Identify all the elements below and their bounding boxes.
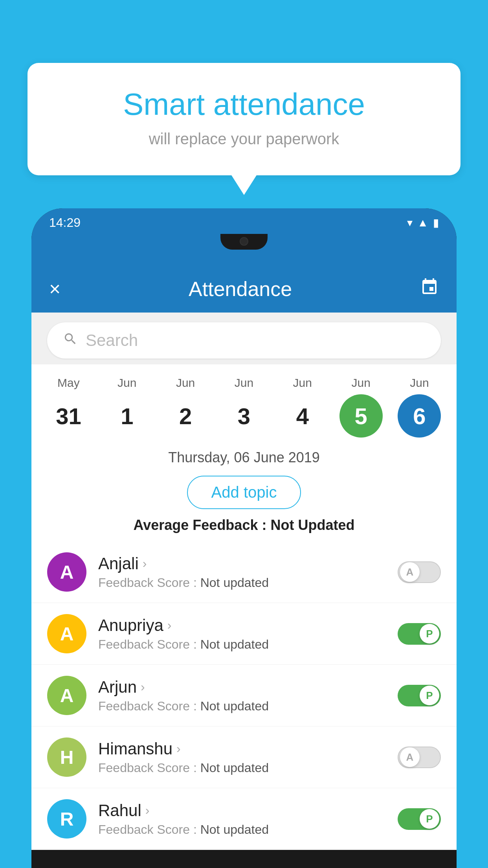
cal-day-5[interactable]: Jun5	[336, 376, 387, 438]
cal-date-5: 5	[339, 394, 383, 438]
student-score-0: Feedback Score : Not updated	[98, 576, 386, 590]
toggle-1[interactable]: P	[398, 623, 441, 645]
toggle-thumb-1: P	[420, 624, 439, 644]
student-name-0: Anjali ›	[98, 554, 386, 573]
toggle-container-1[interactable]: P	[398, 623, 441, 645]
student-item[interactable]: AAnjali ›Feedback Score : Not updatedA	[31, 541, 457, 603]
student-avatar-4: R	[47, 799, 86, 839]
student-info-1: Anupriya ›Feedback Score : Not updated	[98, 616, 386, 652]
chevron-icon: ›	[141, 680, 145, 694]
cal-day-0[interactable]: May31	[43, 376, 94, 438]
cal-date-4: 4	[281, 394, 324, 438]
cal-day-2[interactable]: Jun2	[160, 376, 211, 438]
student-name-2: Arjun ›	[98, 678, 386, 697]
toggle-container-0[interactable]: A	[398, 561, 441, 583]
cal-date-3: 3	[222, 394, 266, 438]
phone-notch	[220, 234, 268, 250]
cal-month-3: Jun	[235, 376, 253, 390]
add-topic-button[interactable]: Add topic	[187, 476, 301, 509]
phone-notch-area	[31, 234, 457, 269]
speech-bubble-container: Smart attendance will replace your paper…	[28, 63, 460, 175]
student-name-1: Anupriya ›	[98, 616, 386, 635]
student-avatar-0: A	[47, 552, 86, 592]
student-item[interactable]: RRahul ›Feedback Score : Not updatedP	[31, 788, 457, 850]
search-icon	[63, 331, 78, 350]
cal-day-3[interactable]: Jun3	[218, 376, 270, 438]
toggle-3[interactable]: A	[398, 747, 441, 768]
status-time: 14:29	[49, 215, 81, 230]
student-item[interactable]: HHimanshu ›Feedback Score : Not updatedA	[31, 726, 457, 788]
cal-date-0: 31	[47, 394, 90, 438]
cal-month-0: May	[57, 376, 80, 390]
student-avatar-2: A	[47, 676, 86, 715]
toggle-4[interactable]: P	[398, 808, 441, 830]
student-score-1: Feedback Score : Not updated	[98, 637, 386, 652]
cal-day-6[interactable]: Jun6	[394, 376, 445, 438]
toggle-thumb-2: P	[420, 686, 439, 705]
search-placeholder: Search	[86, 331, 138, 350]
phone-camera	[240, 237, 248, 246]
student-info-0: Anjali ›Feedback Score : Not updated	[98, 554, 386, 590]
app-header: × Attendance	[31, 269, 457, 313]
toggle-0[interactable]: A	[398, 561, 441, 583]
toggle-thumb-0: A	[400, 562, 420, 582]
cal-month-5: Jun	[351, 376, 370, 390]
signal-icon: ▲	[417, 217, 428, 229]
toggle-container-2[interactable]: P	[398, 685, 441, 706]
avg-feedback-label: Average Feedback :	[134, 517, 271, 533]
chevron-icon: ›	[167, 618, 172, 633]
student-avatar-1: A	[47, 614, 86, 653]
chevron-icon: ›	[145, 803, 150, 818]
cal-day-1[interactable]: Jun1	[101, 376, 152, 438]
cal-day-4[interactable]: Jun4	[277, 376, 328, 438]
toggle-thumb-4: P	[420, 809, 439, 829]
bubble-title: Smart attendance	[59, 86, 429, 122]
student-score-3: Feedback Score : Not updated	[98, 761, 386, 775]
app-content: May31Jun1Jun2Jun3Jun4Jun5Jun6 Thursday, …	[31, 364, 457, 850]
student-avatar-3: H	[47, 737, 86, 777]
student-score-2: Feedback Score : Not updated	[98, 699, 386, 714]
student-info-2: Arjun ›Feedback Score : Not updated	[98, 678, 386, 714]
student-info-3: Himanshu ›Feedback Score : Not updated	[98, 739, 386, 775]
avg-feedback-value: Not Updated	[270, 517, 354, 533]
status-bar: 14:29 ▾ ▲ ▮	[31, 208, 457, 234]
cal-date-6: 6	[398, 394, 441, 438]
toggle-2[interactable]: P	[398, 685, 441, 706]
student-info-4: Rahul ›Feedback Score : Not updated	[98, 801, 386, 837]
toggle-container-3[interactable]: A	[398, 747, 441, 768]
student-name-4: Rahul ›	[98, 801, 386, 820]
cal-month-1: Jun	[117, 376, 136, 390]
speech-bubble: Smart attendance will replace your paper…	[28, 63, 460, 175]
avg-feedback: Average Feedback : Not Updated	[31, 517, 457, 541]
battery-icon: ▮	[433, 216, 439, 229]
student-item[interactable]: AArjun ›Feedback Score : Not updatedP	[31, 665, 457, 726]
cal-date-2: 2	[164, 394, 207, 438]
student-score-4: Feedback Score : Not updated	[98, 822, 386, 837]
calendar-strip: May31Jun1Jun2Jun3Jun4Jun5Jun6	[31, 364, 457, 441]
search-bar[interactable]: Search	[47, 322, 441, 359]
phone-frame: 14:29 ▾ ▲ ▮ × Attendance Searc	[31, 208, 457, 868]
bubble-subtitle: will replace your paperwork	[59, 130, 429, 148]
search-container: Search	[31, 313, 457, 364]
chevron-icon: ›	[176, 741, 181, 756]
cal-month-4: Jun	[293, 376, 312, 390]
toggle-thumb-3: A	[400, 747, 420, 767]
close-button[interactable]: ×	[49, 278, 61, 300]
calendar-icon[interactable]	[420, 278, 439, 300]
cal-month-6: Jun	[410, 376, 429, 390]
chevron-icon: ›	[143, 556, 147, 571]
cal-month-2: Jun	[176, 376, 195, 390]
wifi-icon: ▾	[407, 216, 413, 229]
student-list: AAnjali ›Feedback Score : Not updatedAAA…	[31, 541, 457, 850]
cal-date-1: 1	[105, 394, 149, 438]
student-item[interactable]: AAnupriya ›Feedback Score : Not updatedP	[31, 603, 457, 665]
app-title: Attendance	[189, 277, 292, 301]
student-name-3: Himanshu ›	[98, 739, 386, 758]
status-icons: ▾ ▲ ▮	[407, 216, 439, 229]
toggle-container-4[interactable]: P	[398, 808, 441, 830]
selected-date: Thursday, 06 June 2019	[31, 441, 457, 472]
